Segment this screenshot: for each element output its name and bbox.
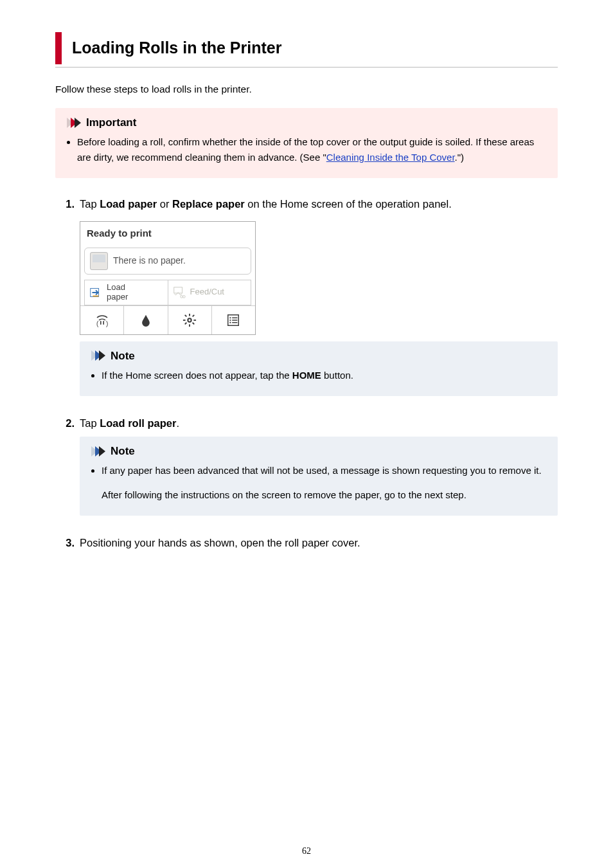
- note-2-list: If any paper has been advanced that will…: [91, 463, 546, 503]
- svg-rect-17: [184, 314, 187, 317]
- wifi-button[interactable]: ( ): [80, 306, 124, 334]
- load-paper-label-2: paper: [107, 293, 128, 302]
- chevrons-icon: [67, 118, 81, 128]
- important-list: Before loading a roll, confirm whether t…: [67, 134, 546, 165]
- note-1-post: button.: [321, 370, 353, 381]
- note-1-list: If the Home screen does not appear, tap …: [91, 368, 546, 383]
- svg-rect-7: [100, 321, 102, 325]
- svg-rect-19: [192, 314, 195, 317]
- printer-panel-screenshot: Ready to print There is no paper. Load p…: [80, 221, 256, 335]
- note-2-label: Note: [111, 443, 135, 460]
- svg-text:(: (: [96, 320, 99, 327]
- step-1-frag-2: or: [157, 198, 172, 210]
- title-rule: [55, 67, 558, 68]
- note-2-header: Note: [91, 443, 546, 460]
- intro-text: Follow these steps to load rolls in the …: [55, 82, 558, 96]
- step-1-bold-1: Load paper: [100, 198, 157, 210]
- settings-button[interactable]: [168, 306, 212, 334]
- svg-rect-18: [192, 322, 195, 325]
- panel-paper-msg: There is no paper.: [113, 254, 186, 267]
- svg-point-23: [230, 317, 231, 318]
- important-item-pre: Before loading a roll, confirm whether t…: [77, 136, 534, 163]
- jobs-button[interactable]: [212, 306, 255, 334]
- step-1-frag-3: on the Home screen of the operation pane…: [245, 198, 452, 210]
- important-item-post: ."): [455, 152, 465, 163]
- svg-point-5: [180, 295, 182, 298]
- note-1-pre: If the Home screen does not appear, tap …: [102, 370, 292, 381]
- title-bar: Loading Rolls in the Printer: [55, 32, 558, 64]
- note-1-item: If the Home screen does not appear, tap …: [102, 368, 546, 383]
- note-1-label: Note: [111, 348, 135, 365]
- note-1-bold: HOME: [292, 370, 321, 381]
- step-1-bold-2: Replace paper: [172, 198, 245, 210]
- step-1: 1. Tap Load paper or Replace paper on th…: [55, 196, 558, 396]
- step-2-frag-1: Tap: [80, 417, 100, 429]
- important-label: Important: [86, 114, 136, 131]
- gear-icon: [182, 313, 197, 327]
- ink-drop-icon: [139, 314, 152, 327]
- svg-text:): ): [106, 320, 108, 327]
- svg-rect-20: [184, 322, 187, 325]
- job-list-icon: [226, 313, 240, 327]
- note-2-item-1: If any paper has been advanced that will…: [102, 463, 546, 503]
- page-title: Loading Rolls in the Printer: [72, 36, 558, 60]
- note-callout-1: Note If the Home screen does not appear,…: [80, 341, 558, 397]
- svg-marker-34: [99, 446, 105, 457]
- chevrons-icon: [91, 350, 105, 361]
- load-paper-label-1: Load: [107, 283, 128, 292]
- load-paper-icon: [89, 285, 103, 300]
- ink-button[interactable]: [124, 306, 168, 334]
- step-1-number: 1.: [62, 196, 75, 212]
- note-1-header: Note: [91, 348, 546, 365]
- wifi-icon: ( ): [94, 312, 110, 328]
- svg-rect-26: [233, 320, 238, 320]
- note-2-item-1-text: If any paper has been advanced that will…: [102, 465, 542, 476]
- panel-status: Ready to print: [80, 222, 255, 248]
- svg-rect-15: [183, 320, 186, 321]
- svg-rect-24: [233, 317, 238, 318]
- panel-paper-status-row: There is no paper.: [84, 248, 251, 275]
- panel-nav-row: ( ): [80, 305, 255, 334]
- svg-point-25: [230, 319, 231, 320]
- important-header: Important: [67, 114, 546, 131]
- step-2-number: 2.: [62, 415, 75, 431]
- svg-rect-8: [103, 321, 104, 325]
- svg-rect-13: [189, 313, 190, 316]
- svg-point-21: [188, 319, 190, 321]
- paper-roll-icon: [90, 252, 108, 270]
- important-callout: Important Before loading a roll, confirm…: [55, 108, 558, 179]
- svg-rect-28: [233, 321, 238, 322]
- step-3: 3. Positioning your hands as shown, open…: [55, 535, 558, 551]
- feed-cut-icon: [172, 285, 186, 300]
- step-2: 2. Tap Load roll paper. Note If any pape…: [55, 415, 558, 516]
- step-2-bold-1: Load roll paper: [100, 417, 176, 429]
- step-3-number: 3.: [62, 535, 75, 551]
- note-callout-2: Note If any paper has been advanced that…: [80, 437, 558, 516]
- step-2-frag-2: .: [176, 417, 179, 429]
- svg-rect-4: [173, 287, 182, 293]
- svg-rect-16: [194, 320, 197, 321]
- feed-cut-button: Feed/Cut: [168, 280, 252, 305]
- page-number: 62: [0, 844, 613, 858]
- important-item: Before loading a roll, confirm whether t…: [77, 134, 546, 165]
- svg-marker-31: [99, 350, 105, 361]
- svg-point-6: [182, 295, 185, 298]
- step-1-text: Tap Load paper or Replace paper on the H…: [80, 196, 452, 212]
- step-3-text: Positioning your hands as shown, open th…: [80, 535, 360, 551]
- feed-cut-label: Feed/Cut: [190, 287, 224, 296]
- panel-button-row: Load paper Feed/Cut: [84, 280, 251, 305]
- note-2-item-2-text: After following the instructions on the …: [102, 489, 466, 500]
- step-1-frag-1: Tap: [80, 198, 100, 210]
- step-2-text: Tap Load roll paper.: [80, 415, 179, 431]
- cleaning-link[interactable]: Cleaning Inside the Top Cover: [326, 152, 455, 163]
- chevrons-icon: [91, 446, 105, 457]
- svg-point-27: [230, 321, 231, 323]
- svg-marker-2: [75, 118, 81, 128]
- load-paper-button[interactable]: Load paper: [84, 280, 168, 305]
- svg-rect-14: [189, 324, 190, 327]
